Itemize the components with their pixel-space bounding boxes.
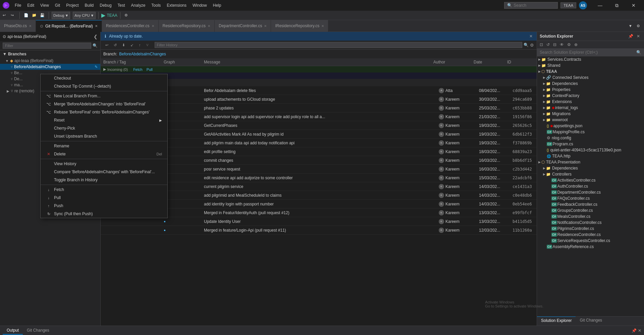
tab-dept-ctrl[interactable]: DepartmentController.cs ✕ [215, 20, 271, 32]
menu-build[interactable]: Build [82, 2, 97, 9]
ctx-delete[interactable]: ✕ Delete Del [41, 150, 167, 158]
git-toolbar-push[interactable]: ↑ [137, 42, 143, 48]
filter-search-icon[interactable]: 🔍 [524, 43, 529, 47]
ctx-reset[interactable]: Reset ▶ [41, 116, 167, 124]
menu-analyze[interactable]: Analyze [128, 2, 148, 9]
se-tree-item[interactable]: C#NotificationsController.cs [537, 220, 644, 226]
ctx-new-local-branch[interactable]: ⌥ New Local Branch From... [41, 92, 167, 100]
se-tree-item[interactable]: ▶📁Properties [537, 87, 644, 93]
ctx-rebase[interactable]: ⌥ Rebase 'BeforeFinal' onto 'BeforeAbdel… [41, 108, 167, 116]
se-tree-item[interactable]: ▶⬡TEAA.Presentation [537, 159, 644, 165]
tab-settings-btn[interactable]: ⚙ [635, 22, 643, 30]
tab-phasedto[interactable]: PhaseDtо.cs ✕ [0, 20, 36, 32]
debug-mode-dropdown[interactable]: Debug ▼ [52, 12, 70, 19]
tab-phasedto-close[interactable]: ✕ [29, 24, 32, 28]
git-toolbar-branch[interactable]: ⑂ [144, 42, 151, 48]
restore-button[interactable]: ⧉ [609, 0, 625, 11]
git-sidebar-collapse-btn[interactable]: ❮ [94, 34, 98, 39]
se-search-input[interactable] [540, 50, 636, 55]
se-tree-item[interactable]: ▶📁Controllers [537, 171, 644, 177]
output-tab-output[interactable]: Output [3, 327, 23, 335]
ctx-cherry-pick[interactable]: Cherry-Pick [41, 124, 167, 132]
tab-residence-repo[interactable]: ResidenceRepository.cs ✕ [159, 20, 215, 32]
tab-iresidence-repo[interactable]: IResidenceRepository.cs ✕ [271, 20, 328, 32]
ctx-push[interactable]: ↑ Push [41, 202, 167, 210]
git-content-settings-btn[interactable]: ⚙ [530, 43, 534, 48]
se-tree-item[interactable]: C#MappingProfile.cs [537, 129, 644, 135]
se-tree-item[interactable]: C#MealsController.cs [537, 213, 644, 220]
ctx-checkout[interactable]: Checkout [41, 74, 167, 82]
ctx-pull[interactable]: ↓ Pull [41, 194, 167, 202]
git-toolbar-refresh[interactable]: ↺ [112, 42, 119, 48]
se-search-bar[interactable]: 🔍 [537, 49, 644, 56]
se-tree-item[interactable]: 🌐TEAA.http [537, 153, 644, 159]
pull-link[interactable]: Pull [147, 67, 153, 71]
se-tree-item[interactable]: C#ServiceRequestsController.cs [537, 238, 644, 244]
close-button[interactable]: ✕ [626, 0, 641, 11]
se-tree-item[interactable]: C#FAQsController.cs [537, 195, 644, 201]
git-filter-input[interactable] [3, 43, 91, 49]
tab-dept-close[interactable]: ✕ [264, 24, 267, 28]
tab-residences-close[interactable]: ✕ [152, 24, 154, 28]
toolbar-redo-btn[interactable]: ↪ [9, 12, 17, 19]
branches-section-header[interactable]: ▼ Branches [0, 50, 100, 58]
se-tree-item[interactable]: C#DepartmentController.cs [537, 189, 644, 195]
git-filter-search-icon[interactable]: 🔍 [93, 43, 98, 48]
se-tree-item[interactable]: C#FeedbackController.cs [537, 201, 644, 207]
info-close-btn[interactable]: ✕ [529, 34, 533, 39]
global-search[interactable]: 🔍 [504, 2, 558, 9]
filter-history-input[interactable] [155, 42, 523, 48]
search-input[interactable] [514, 3, 547, 8]
se-tree-item[interactable]: C#Program.cs [537, 141, 644, 147]
run-button[interactable]: ▶ [101, 12, 105, 18]
ctx-rename[interactable]: Rename [41, 142, 167, 150]
se-tree-item[interactable]: ▶📁Migrations [537, 111, 644, 117]
se-tb-filter[interactable]: ⚙ [566, 42, 572, 48]
se-close-btn[interactable]: ✕ [635, 33, 641, 39]
se-tree-item[interactable]: ▶📁Dependencies [537, 165, 644, 171]
tab-residence-repo-close[interactable]: ✕ [208, 24, 210, 28]
ctx-unset-upstream[interactable]: Unset Upstream Branch [41, 132, 167, 140]
menu-file[interactable]: File [12, 2, 24, 9]
menu-help[interactable]: Help [210, 2, 224, 9]
se-tree-item[interactable]: ▶📁Extensions [537, 99, 644, 105]
minimize-button[interactable]: — [592, 0, 608, 11]
se-tab-solution-explorer[interactable]: Solution Explorer [537, 317, 576, 326]
se-tree-item[interactable]: C#ResidencesController.cs [537, 232, 644, 238]
ctx-fetch[interactable]: ↓ Fetch [41, 186, 167, 194]
output-close-btn[interactable]: ✕ [638, 328, 641, 333]
tab-residences-ctrl[interactable]: ResidencesController.cs ✕ [102, 20, 158, 32]
menu-edit[interactable]: Edit [24, 2, 37, 9]
ctx-toggle-history[interactable]: Toggle Branch in History [41, 176, 167, 184]
toolbar-open-btn[interactable]: 📁 [31, 12, 38, 19]
menu-tools[interactable]: Tools [149, 2, 163, 9]
se-tree-item[interactable]: {}quiet-antler-409413-c5cac17139e0.json [537, 147, 644, 153]
output-pin-btn[interactable]: 📌 [632, 328, 637, 333]
se-tree-item[interactable]: ▶⬡TEAA [537, 68, 644, 75]
toolbar-undo-btn[interactable]: ↩ [1, 12, 9, 19]
tab-git-repo[interactable]: ⊙ Git Reposit... (BeforeFinal) ✕ [36, 20, 102, 32]
commit-row[interactable]: ● Update Identity User K Kareem 13/03/20… [101, 217, 537, 226]
menu-test[interactable]: Test [115, 2, 128, 9]
se-tree-item[interactable]: ▶📁ContextFactory [537, 93, 644, 99]
commit-row[interactable]: ● Merged in feature/Login-Api (pull requ… [101, 226, 537, 235]
output-tab-git-changes[interactable]: Git Changes [23, 327, 53, 335]
branch-before-abdel[interactable]: ⑂ BeforeAbdelsalmChanges ✎ [0, 64, 100, 70]
tab-git-close[interactable]: ✕ [95, 24, 98, 28]
menu-view[interactable]: View [38, 2, 52, 9]
ctx-sync[interactable]: ↻ Sync (Pull then Push) [41, 210, 167, 218]
ctx-checkout-tip[interactable]: Checkout Tip Commit (--detach) [41, 82, 167, 90]
se-tree-item[interactable]: ▶📁wwwroot [537, 117, 644, 123]
se-tb-sync[interactable]: ⊡ [538, 42, 544, 48]
ctx-merge[interactable]: ⌥ Merge 'BeforeAbdelsalmChanges' into 'B… [41, 100, 167, 108]
se-tree-item[interactable]: ▶📁Dependencies [537, 81, 644, 87]
git-toolbar-undo[interactable]: ↩ [103, 42, 110, 48]
menu-project[interactable]: Project [63, 2, 81, 9]
se-tb-refresh[interactable]: ↺ [545, 42, 551, 48]
toolbar-save-btn[interactable]: 💾 [39, 12, 46, 19]
se-pin-btn[interactable]: 📌 [627, 33, 635, 39]
se-tree-item[interactable]: {}appsettings.json [537, 123, 644, 129]
se-tb-collapse[interactable]: ⊟ [552, 42, 558, 48]
ctx-view-history[interactable]: View History [41, 160, 167, 168]
menu-git[interactable]: Git [52, 2, 63, 9]
